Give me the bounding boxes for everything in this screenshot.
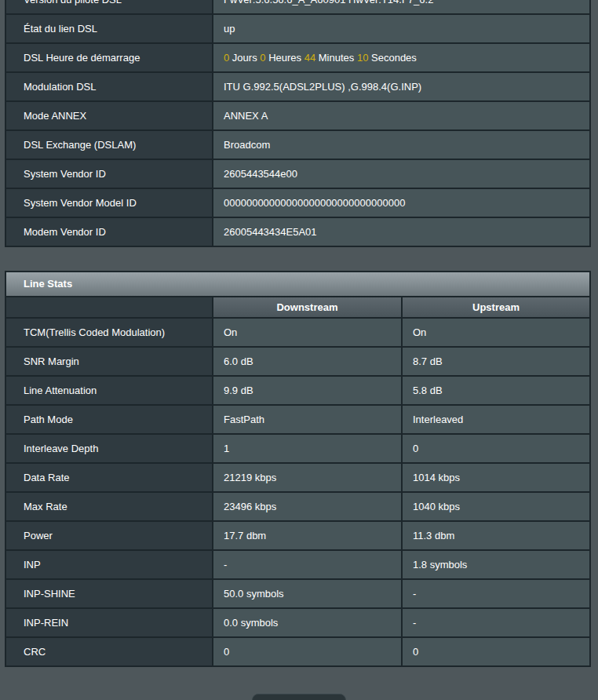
upstream-value: Interleaved bbox=[402, 405, 590, 434]
downstream-value: 50.0 symbols bbox=[213, 579, 402, 608]
downstream-value: 1 bbox=[213, 434, 402, 463]
dsl-status-table-body: Version du pilote DSLFwVer:5.6.56.6_A_A6… bbox=[5, 0, 590, 246]
uptime-unit: Jours bbox=[232, 52, 257, 64]
table-row: INP-REIN0.0 symbols- bbox=[5, 608, 590, 637]
row-label: Mode ANNEX bbox=[5, 101, 213, 130]
upstream-value: - bbox=[402, 579, 590, 608]
row-value: up bbox=[213, 14, 590, 43]
row-label: System Vendor ID bbox=[5, 159, 213, 188]
table-row: TCM(Trellis Coded Modulation)OnOn bbox=[5, 318, 590, 347]
row-value: 00000000000000000000000000000000 bbox=[213, 188, 590, 217]
uptime-unit: Minutes bbox=[319, 52, 355, 64]
row-label: Interleave Depth bbox=[5, 434, 213, 463]
row-value: 26005443434E5A01 bbox=[213, 217, 590, 246]
uptime-unit: Heures bbox=[268, 52, 301, 64]
table-row: Line Attenuation9.9 dB5.8 dB bbox=[5, 376, 590, 405]
uptime-number: 10 bbox=[357, 52, 368, 64]
row-label: INP-REIN bbox=[5, 608, 213, 637]
table-row: System Vendor Model ID000000000000000000… bbox=[5, 188, 590, 217]
row-label: État du lien DSL bbox=[5, 14, 213, 43]
dsl-status-table: Version du pilote DSLFwVer:5.6.56.6_A_A6… bbox=[5, 0, 591, 247]
line-stats-section: Line Stats Downstream Upstream TCM(Trell… bbox=[5, 271, 591, 667]
upstream-value: 5.8 dB bbox=[402, 376, 590, 405]
uptime-number: 0 bbox=[260, 52, 265, 64]
table-row: Data Rate21219 kbps1014 kbps bbox=[5, 463, 590, 492]
upstream-value: 1040 kbps bbox=[402, 492, 590, 521]
table-row: CRC00 bbox=[5, 637, 590, 666]
downstream-value: 21219 kbps bbox=[213, 463, 402, 492]
uptime-number: 44 bbox=[304, 52, 315, 64]
table-header-row: Downstream Upstream bbox=[5, 297, 590, 318]
row-label: Path Mode bbox=[5, 405, 213, 434]
row-label: Modulation DSL bbox=[5, 72, 213, 101]
dsl-log-page: Version du pilote DSLFwVer:5.6.56.6_A_A6… bbox=[0, 0, 598, 700]
table-row: Power17.7 dbm11.3 dbm bbox=[5, 521, 590, 550]
row-value: 2605443544e00 bbox=[213, 159, 590, 188]
line-stats-table: Downstream Upstream TCM(Trellis Coded Mo… bbox=[5, 296, 591, 667]
table-row: Modulation DSLITU G.992.5(ADSL2PLUS) ,G.… bbox=[5, 72, 590, 101]
dsl-status-section: Version du pilote DSLFwVer:5.6.56.6_A_A6… bbox=[5, 0, 593, 261]
row-value: Broadcom bbox=[213, 130, 590, 159]
table-row: System Vendor ID2605443544e00 bbox=[5, 159, 590, 188]
upstream-value: 0 bbox=[402, 434, 590, 463]
downstream-value: 17.7 dbm bbox=[213, 521, 402, 550]
downstream-value: On bbox=[213, 318, 402, 347]
upstream-value: 0 bbox=[402, 637, 590, 666]
table-row: Mode ANNEXANNEX A bbox=[5, 101, 590, 130]
row-label: Version du pilote DSL bbox=[5, 0, 213, 14]
table-row: Interleave Depth10 bbox=[5, 434, 590, 463]
row-value: 0 Jours 0 Heures 44 Minutes 10 Secondes bbox=[213, 43, 590, 72]
downstream-value: - bbox=[213, 550, 402, 579]
table-row: SNR Margin6.0 dB8.7 dB bbox=[5, 347, 590, 376]
upstream-value: 1014 kbps bbox=[402, 463, 590, 492]
uptime-unit: Secondes bbox=[371, 52, 417, 64]
row-label: DSL Exchange (DSLAM) bbox=[5, 130, 213, 159]
table-row: État du lien DSLup bbox=[5, 14, 590, 43]
downstream-value: 9.9 dB bbox=[213, 376, 402, 405]
table-row: Path ModeFastPathInterleaved bbox=[5, 405, 590, 434]
row-label: INP-SHINE bbox=[5, 579, 213, 608]
downstream-value: FastPath bbox=[213, 405, 402, 434]
row-value: FwVer:5.6.56.6_A_A60901 HwVer:T14.F7_6.2 bbox=[213, 0, 590, 14]
table-row: INP-SHINE50.0 symbols- bbox=[5, 579, 590, 608]
line-stats-table-body: Downstream Upstream TCM(Trellis Coded Mo… bbox=[5, 297, 590, 666]
row-label: Modem Vendor ID bbox=[5, 217, 213, 246]
table-row: INP-1.8 symbols bbox=[5, 550, 590, 579]
header-corner-cell bbox=[5, 297, 213, 318]
table-row: DSL Exchange (DSLAM)Broadcom bbox=[5, 130, 590, 159]
uptime-number: 0 bbox=[224, 52, 229, 64]
row-label: INP bbox=[5, 550, 213, 579]
table-row: Max Rate23496 kbps1040 kbps bbox=[5, 492, 590, 521]
row-value: ANNEX A bbox=[213, 101, 590, 130]
table-row: Version du pilote DSLFwVer:5.6.56.6_A_A6… bbox=[5, 0, 590, 14]
downstream-value: 6.0 dB bbox=[213, 347, 402, 376]
row-label: DSL Heure de démarrage bbox=[5, 43, 213, 72]
upstream-value: 11.3 dbm bbox=[402, 521, 590, 550]
column-header-downstream: Downstream bbox=[213, 297, 402, 318]
line-stats-title: Line Stats bbox=[5, 271, 591, 296]
upstream-value: On bbox=[402, 318, 590, 347]
row-label: Data Rate bbox=[5, 463, 213, 492]
upstream-value: 8.7 dB bbox=[402, 347, 590, 376]
upstream-value: - bbox=[402, 608, 590, 637]
downstream-value: 0 bbox=[213, 637, 402, 666]
row-label: Max Rate bbox=[5, 492, 213, 521]
downstream-value: 23496 kbps bbox=[213, 492, 402, 521]
row-label: SNR Margin bbox=[5, 347, 213, 376]
table-row: DSL Heure de démarrage0 Jours 0 Heures 4… bbox=[5, 43, 590, 72]
row-label: Power bbox=[5, 521, 213, 550]
downstream-value: 0.0 symbols bbox=[213, 608, 402, 637]
upstream-value: 1.8 symbols bbox=[402, 550, 590, 579]
row-label: TCM(Trellis Coded Modulation) bbox=[5, 318, 213, 347]
column-header-upstream: Upstream bbox=[402, 297, 590, 318]
table-row: Modem Vendor ID26005443434E5A01 bbox=[5, 217, 590, 246]
row-label: Line Attenuation bbox=[5, 376, 213, 405]
row-label: CRC bbox=[5, 637, 213, 666]
row-value: ITU G.992.5(ADSL2PLUS) ,G.998.4(G.INP) bbox=[213, 72, 590, 101]
row-label: System Vendor Model ID bbox=[5, 188, 213, 217]
refresh-button[interactable] bbox=[252, 694, 346, 700]
